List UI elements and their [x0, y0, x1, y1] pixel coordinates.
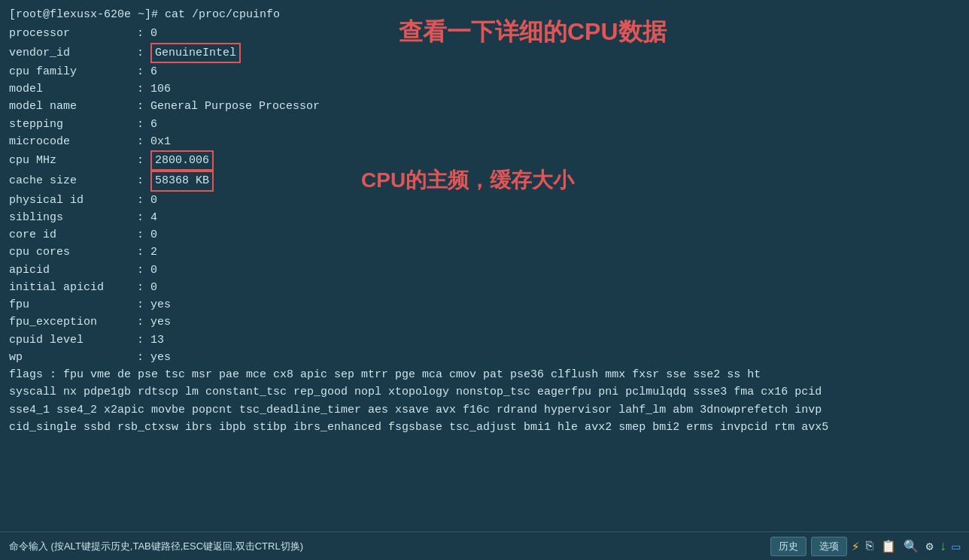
info-row-fpu-exception: fpu_exception : yes [9, 313, 960, 331]
key-siblings: siblings [9, 209, 137, 226]
info-row-fpu: fpu : yes [9, 296, 960, 313]
info-row-cpu-family: cpu family : 6 [9, 63, 960, 80]
key-cpu-family: cpu family [9, 63, 137, 80]
key-processor: processor [9, 25, 137, 42]
val-microcode: : 0x1 [137, 133, 171, 150]
val-cpu-family: : 6 [137, 63, 157, 80]
key-core-id: core id [9, 226, 137, 244]
key-model: model [9, 80, 137, 98]
info-row-cpu-cores: cpu cores : 2 [9, 244, 960, 261]
val-vendor-id: : GenuineIntel [137, 43, 241, 63]
key-stepping: stepping [9, 116, 137, 133]
key-physical-id: physical id [9, 192, 137, 209]
highlight-vendor-id: GenuineIntel [150, 43, 241, 63]
annotation-subtitle: CPU的主频，缓存大小 [361, 164, 574, 196]
history-button[interactable]: 历史 [770, 537, 806, 556]
terminal-footer: 命令输入 (按ALT键提示历史,TAB键路径,ESC键返回,双击CTRL切换) … [0, 531, 969, 560]
flags-line-3: sse4_1 sse4_2 x2apic movbe popcnt tsc_de… [9, 401, 960, 419]
paste-icon[interactable]: 📋 [881, 539, 896, 554]
key-microcode: microcode [9, 133, 137, 150]
key-model-name: model name [9, 98, 137, 115]
val-siblings: : 4 [137, 209, 157, 226]
key-cpu-mhz: cpu MHz [9, 152, 137, 169]
footer-hint: 命令输入 (按ALT键提示历史,TAB键路径,ESC键返回,双击CTRL切换) [9, 540, 303, 553]
lightning-icon[interactable]: ⚡ [852, 538, 860, 555]
info-row-model-name: model name : General Purpose Processor [9, 98, 960, 115]
terminal-body: [root@flexusx-620e ~]# cat /proc/cpuinfo… [0, 0, 969, 531]
key-vendor-id: vendor_id [9, 44, 137, 62]
key-cpuid-level: cpuid level [9, 331, 137, 349]
val-cpuid-level: : 13 [137, 331, 164, 349]
info-row-wp: wp : yes [9, 349, 960, 366]
flags-line-4: cid_single ssbd rsb_ctxsw ibrs ibpb stib… [9, 419, 960, 436]
download-icon[interactable]: ↓ [939, 539, 947, 554]
highlight-cpu-mhz: 2800.006 [150, 150, 214, 171]
val-cpu-cores: : 2 [137, 244, 157, 261]
info-row-siblings: siblings : 4 [9, 209, 960, 226]
terminal-window: [root@flexusx-620e ~]# cat /proc/cpuinfo… [0, 0, 969, 560]
settings-icon[interactable]: ⚙ [926, 539, 934, 554]
flags-line-1: flags : fpu vme de pse tsc msr pae mce c… [9, 366, 960, 383]
val-stepping: : 6 [137, 116, 157, 133]
expand-icon[interactable]: ▭ [952, 538, 960, 555]
val-cache-size: : 58368 KB [137, 171, 214, 191]
key-wp: wp [9, 349, 137, 366]
info-row-stepping: stepping : 6 [9, 116, 960, 133]
key-fpu: fpu [9, 296, 137, 313]
val-cpu-mhz: : 2800.006 [137, 150, 214, 171]
val-apicid: : 0 [137, 262, 157, 279]
info-row-model: model : 106 [9, 80, 960, 98]
val-core-id: : 0 [137, 226, 157, 244]
info-row-cpuid-level: cpuid level : 13 [9, 331, 960, 349]
val-physical-id: : 0 [137, 192, 157, 209]
val-fpu: : yes [137, 296, 171, 313]
highlight-cache-size: 58368 KB [150, 171, 214, 191]
search-icon[interactable]: 🔍 [904, 539, 919, 554]
annotation-title: 查看一下详细的CPU数据 [399, 14, 667, 51]
info-row-apicid: apicid : 0 [9, 262, 960, 279]
val-model-name: : General Purpose Processor [137, 98, 320, 115]
val-initial-apicid: : 0 [137, 279, 157, 296]
val-processor: : 0 [137, 25, 157, 42]
key-fpu-exception: fpu_exception [9, 313, 137, 331]
footer-controls: 历史 选项 ⚡ ⎘ 📋 🔍 ⚙ ↓ ▭ [770, 537, 960, 556]
val-wp: : yes [137, 349, 171, 366]
key-apicid: apicid [9, 262, 137, 279]
key-cpu-cores: cpu cores [9, 244, 137, 261]
key-cache-size: cache size [9, 172, 137, 189]
flags-line-2: syscall nx pdpe1gb rdtscp lm constant_ts… [9, 383, 960, 401]
info-row-core-id: core id : 0 [9, 226, 960, 244]
info-row-initial-apicid: initial apicid : 0 [9, 279, 960, 296]
val-model: : 106 [137, 80, 171, 98]
key-initial-apicid: initial apicid [9, 279, 137, 296]
copy-icon[interactable]: ⎘ [866, 540, 873, 553]
info-row-microcode: microcode : 0x1 [9, 133, 960, 150]
val-fpu-exception: : yes [137, 313, 171, 331]
options-button[interactable]: 选项 [811, 537, 847, 556]
